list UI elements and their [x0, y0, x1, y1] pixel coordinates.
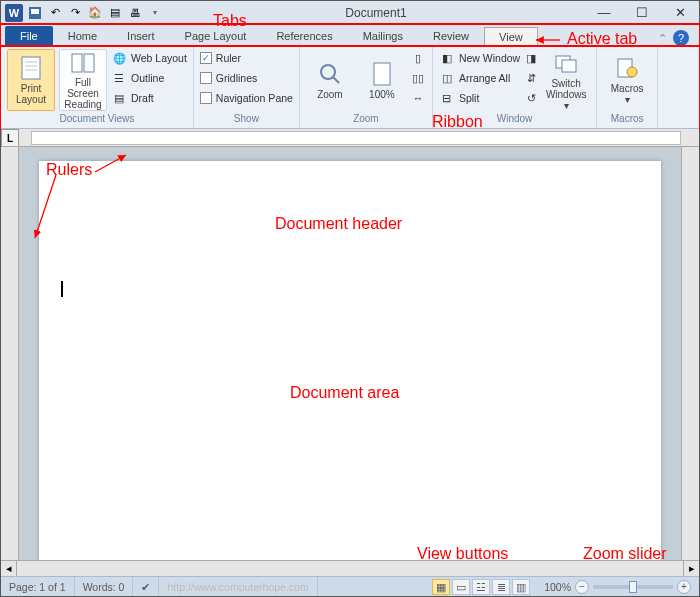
zoom-percent[interactable]: 100% — [544, 581, 571, 593]
split-button[interactable]: ⊟Split — [439, 89, 520, 107]
arrange-all-button[interactable]: ◫Arrange All — [439, 69, 520, 87]
ruler-checkbox[interactable]: ✓Ruler — [200, 49, 293, 67]
status-page[interactable]: Page: 1 of 1 — [1, 577, 75, 596]
tab-insert[interactable]: Insert — [112, 26, 170, 46]
group-window: ◧New Window ◫Arrange All ⊟Split ◨ ⇵ ↺ Sw… — [433, 47, 597, 128]
page-icon — [18, 55, 44, 81]
svg-line-9 — [333, 77, 339, 83]
redo-icon[interactable]: ↷ — [67, 5, 83, 21]
group-macros: Macros▾ Macros — [597, 47, 658, 128]
arrange-icon: ◫ — [439, 70, 455, 86]
page-width-button[interactable]: ↔ — [410, 89, 426, 107]
window-buttons: — ☐ ✕ — [585, 1, 699, 25]
vertical-scrollbar[interactable] — [681, 147, 699, 560]
full-screen-reading-label: Full ScreenReading — [60, 77, 106, 110]
svg-rect-10 — [374, 63, 390, 85]
one-page-button[interactable]: ▯ — [410, 49, 426, 67]
dropdown-icon[interactable]: ▾ — [147, 5, 163, 21]
switch-windows-button[interactable]: SwitchWindows ▾ — [542, 49, 590, 111]
tab-review[interactable]: Review — [418, 26, 484, 46]
zoom-slider-thumb[interactable] — [629, 581, 637, 593]
word-app-icon: W — [5, 4, 23, 22]
tab-view[interactable]: View — [484, 27, 538, 47]
side-by-side-icon[interactable]: ◨ — [524, 49, 538, 67]
view-draft-icon[interactable]: ▥ — [512, 579, 530, 595]
checkbox-checked-icon: ✓ — [200, 52, 212, 64]
sheet-icon[interactable]: ▤ — [107, 5, 123, 21]
work-area — [1, 147, 699, 560]
view-print-layout-icon[interactable]: ▦ — [432, 579, 450, 595]
zoom-out-button[interactable]: − — [575, 580, 589, 594]
document-page[interactable] — [39, 161, 661, 560]
window-group-label: Window — [439, 113, 590, 128]
document-viewport[interactable] — [19, 147, 681, 560]
zoom-slider[interactable] — [593, 585, 673, 589]
macros-button[interactable]: Macros▾ — [603, 49, 651, 111]
status-spellcheck-icon[interactable]: ✔ — [133, 577, 159, 596]
new-window-button[interactable]: ◧New Window — [439, 49, 520, 67]
new-window-icon: ◧ — [439, 50, 455, 66]
home-icon[interactable]: 🏠 — [87, 5, 103, 21]
show-group-label: Show — [200, 113, 293, 128]
group-document-views: PrintLayout Full ScreenReading 🌐Web Layo… — [1, 47, 194, 128]
undo-icon[interactable]: ↶ — [47, 5, 63, 21]
horizontal-scrollbar[interactable]: ◂ ▸ — [1, 560, 699, 576]
scroll-left-icon[interactable]: ◂ — [1, 561, 17, 576]
svg-point-14 — [627, 67, 637, 77]
view-outline-icon[interactable]: ≣ — [492, 579, 510, 595]
print-layout-button[interactable]: PrintLayout — [7, 49, 55, 111]
tab-references[interactable]: References — [261, 26, 347, 46]
maximize-button[interactable]: ☐ — [623, 1, 661, 25]
macros-group-label: Macros — [603, 113, 651, 128]
vertical-ruler[interactable] — [1, 147, 19, 560]
view-buttons: ▦ ▭ ☳ ≣ ▥ — [426, 579, 536, 595]
ruler-tab-stop-icon[interactable]: L — [1, 129, 19, 147]
group-zoom: Zoom 100% ▯ ▯▯ ↔ Zoom — [300, 47, 433, 128]
view-web-icon[interactable]: ☳ — [472, 579, 490, 595]
document-views-group-label: Document Views — [7, 113, 187, 128]
svg-rect-12 — [562, 60, 576, 72]
svg-rect-7 — [84, 54, 94, 72]
tab-file[interactable]: File — [5, 26, 53, 46]
quick-access-toolbar: W ↶ ↷ 🏠 ▤ 🖶 ▾ — [1, 4, 167, 22]
draft-icon: ▤ — [111, 90, 127, 106]
scroll-right-icon[interactable]: ▸ — [683, 561, 699, 576]
draft-button[interactable]: ▤Draft — [111, 89, 187, 107]
navigation-pane-checkbox[interactable]: Navigation Pane — [200, 89, 293, 107]
view-full-screen-icon[interactable]: ▭ — [452, 579, 470, 595]
sync-scroll-icon[interactable]: ⇵ — [524, 69, 538, 87]
print-layout-label: PrintLayout — [16, 83, 46, 105]
help-icon[interactable]: ? — [673, 30, 689, 46]
page-100-icon — [369, 61, 395, 87]
tab-mailings[interactable]: Mailings — [348, 26, 418, 46]
print-icon[interactable]: 🖶 — [127, 5, 143, 21]
gridlines-checkbox[interactable]: Gridlines — [200, 69, 293, 87]
collapse-ribbon-icon[interactable]: ⌃ — [658, 32, 667, 45]
status-url-hint: http://www.computerhope.com — [159, 577, 317, 596]
web-layout-button[interactable]: 🌐Web Layout — [111, 49, 187, 67]
zoom-controls: 100% − + — [536, 580, 699, 594]
zoom-100-button[interactable]: 100% — [358, 49, 406, 111]
status-words[interactable]: Words: 0 — [75, 577, 134, 596]
zoom-button[interactable]: Zoom — [306, 49, 354, 111]
tab-home[interactable]: Home — [53, 26, 112, 46]
horizontal-ruler[interactable]: L — [1, 129, 699, 147]
minimize-button[interactable]: — — [585, 1, 623, 25]
window-title: Document1 — [167, 6, 585, 20]
tab-page-layout[interactable]: Page Layout — [170, 26, 262, 46]
switch-windows-icon — [553, 50, 579, 76]
svg-rect-6 — [72, 54, 82, 72]
checkbox-icon — [200, 72, 212, 84]
svg-rect-2 — [22, 57, 40, 79]
outline-button[interactable]: ☰Outline — [111, 69, 187, 87]
close-button[interactable]: ✕ — [661, 1, 699, 25]
save-icon[interactable] — [27, 5, 43, 21]
status-bar: Page: 1 of 1 Words: 0 ✔ http://www.compu… — [1, 576, 699, 596]
one-page-icon: ▯ — [410, 50, 426, 66]
reset-window-icon[interactable]: ↺ — [524, 89, 538, 107]
two-pages-button[interactable]: ▯▯ — [410, 69, 426, 87]
zoom-in-button[interactable]: + — [677, 580, 691, 594]
two-pages-icon: ▯▯ — [410, 70, 426, 86]
full-screen-reading-button[interactable]: Full ScreenReading — [59, 49, 107, 111]
macros-label: Macros▾ — [611, 83, 644, 105]
